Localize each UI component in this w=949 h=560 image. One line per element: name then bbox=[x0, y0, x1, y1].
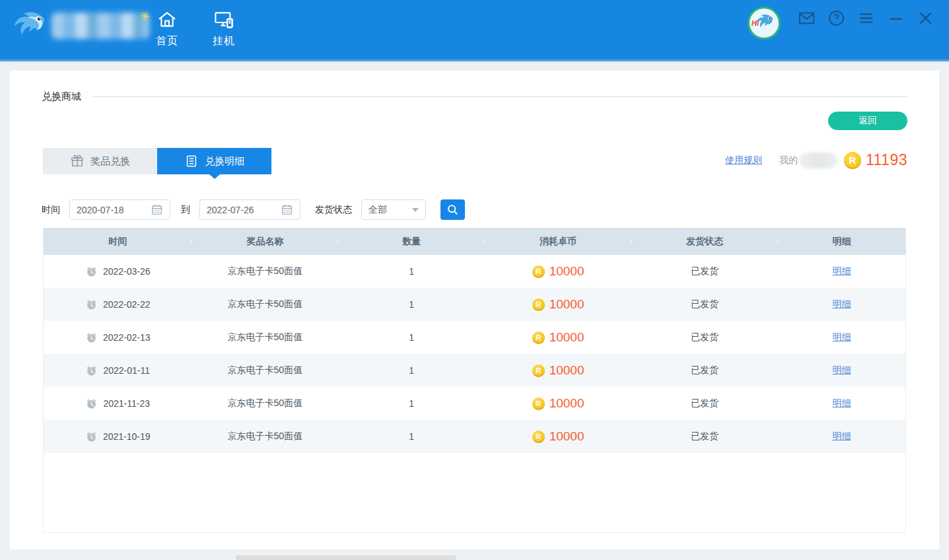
row-time-cell: 2022-02-22 bbox=[44, 298, 192, 311]
search-button[interactable] bbox=[440, 199, 465, 220]
clock-icon bbox=[85, 431, 98, 443]
tab-exchange-details[interactable]: 兑换明细 bbox=[157, 148, 271, 174]
titlebar-right: Hi bbox=[748, 0, 934, 61]
tab-exchange-details-label: 兑换明细 bbox=[205, 155, 244, 168]
status-filter-label: 发货状态 bbox=[315, 204, 352, 216]
app-window: ✳ 首页 挂机 bbox=[0, 0, 949, 560]
row-date: 2022-01-11 bbox=[103, 365, 150, 376]
section-divider bbox=[93, 96, 907, 97]
col-header-prize: 奖品名称 bbox=[192, 236, 338, 248]
table-row: 2021-11-23 京东电子卡50面值 1 R 10000 已发货 明细 bbox=[44, 387, 905, 420]
col-header-status: 发货状态 bbox=[631, 236, 778, 248]
row-quantity: 1 bbox=[338, 431, 485, 442]
row-quantity: 1 bbox=[338, 266, 485, 277]
row-quantity: 1 bbox=[338, 299, 485, 310]
row-quantity: 1 bbox=[338, 365, 485, 376]
coin-icon: R bbox=[532, 398, 545, 410]
status-select-value: 全部 bbox=[369, 204, 412, 216]
coin-icon: R bbox=[532, 332, 545, 344]
hamburger-menu-icon[interactable] bbox=[857, 9, 875, 27]
table-row: 2022-03-26 京东电子卡50面值 1 R 10000 已发货 明细 bbox=[44, 255, 905, 288]
col-header-qty: 数量 bbox=[338, 236, 485, 248]
row-detail-cell: 明细 bbox=[778, 332, 905, 343]
filter-bar: 时间 2020-07-18 到 2022-07-26 bbox=[42, 199, 465, 220]
row-coins-value: 10000 bbox=[549, 363, 584, 378]
coin-icon: R bbox=[532, 431, 545, 443]
back-button[interactable]: 返回 bbox=[828, 112, 907, 130]
row-detail-link[interactable]: 明细 bbox=[832, 398, 851, 408]
row-quantity: 1 bbox=[338, 332, 485, 343]
coin-icon: R bbox=[532, 365, 545, 377]
close-icon[interactable] bbox=[917, 9, 934, 27]
calendar-icon bbox=[151, 203, 163, 216]
time-filter-label: 时间 bbox=[42, 204, 60, 216]
row-date: 2021-11-23 bbox=[103, 398, 150, 409]
user-avatar[interactable]: Hi bbox=[748, 7, 781, 40]
clock-icon bbox=[85, 265, 98, 278]
table-row: 2022-02-22 京东电子卡50面值 1 R 10000 已发货 明细 bbox=[44, 288, 905, 321]
row-detail-cell: 明细 bbox=[778, 265, 905, 277]
row-time-cell: 2022-03-26 bbox=[44, 265, 192, 278]
table-row: 2021-10-19 京东电子卡50面值 1 R 10000 已发货 明细 bbox=[44, 420, 905, 453]
tab-prize-exchange[interactable]: 奖品兑换 bbox=[43, 148, 157, 174]
coin-icon: R bbox=[532, 265, 545, 278]
coin-icon: R bbox=[844, 152, 861, 169]
row-shipping-status: 已发货 bbox=[631, 431, 778, 442]
row-coins-cell: R 10000 bbox=[485, 264, 631, 279]
usage-rules-link[interactable]: 使用规则 bbox=[725, 155, 762, 166]
row-shipping-status: 已发货 bbox=[631, 365, 778, 376]
date-from-value: 2020-07-18 bbox=[77, 205, 151, 215]
row-quantity: 1 bbox=[338, 398, 485, 409]
row-coins-cell: R 10000 bbox=[485, 429, 631, 444]
mail-icon[interactable] bbox=[798, 9, 816, 27]
tab-prize-exchange-label: 奖品兑换 bbox=[90, 155, 130, 168]
row-coins-cell: R 10000 bbox=[485, 330, 631, 345]
nav-idle[interactable]: 挂机 bbox=[203, 9, 244, 48]
section-head: 兑换商城 bbox=[42, 90, 907, 103]
row-prize-name: 京东电子卡50面值 bbox=[192, 298, 338, 310]
row-prize-name: 京东电子卡50面值 bbox=[192, 431, 338, 442]
row-detail-cell: 明细 bbox=[778, 298, 905, 310]
row-date: 2022-02-22 bbox=[103, 299, 151, 310]
row-detail-link[interactable]: 明细 bbox=[832, 298, 851, 309]
table-row: 2022-01-11 京东电子卡50面值 1 R 10000 已发货 明细 bbox=[44, 354, 905, 387]
calendar-icon bbox=[281, 203, 293, 216]
content-area: 兑换商城 返回 奖品兑换 bbox=[0, 63, 949, 560]
row-shipping-status: 已发货 bbox=[631, 398, 778, 409]
row-date: 2021-10-19 bbox=[103, 431, 151, 442]
nav-home[interactable]: 首页 bbox=[147, 9, 188, 48]
col-header-coins: 消耗卓币 bbox=[485, 236, 631, 248]
row-time-cell: 2022-02-13 bbox=[44, 332, 192, 344]
table-header: 时间 奖品名称 数量 消耗卓币 发货状态 明细 bbox=[44, 228, 905, 255]
row-time-cell: 2021-11-23 bbox=[44, 398, 192, 410]
titlebar: ✳ 首页 挂机 bbox=[0, 0, 949, 61]
row-shipping-status: 已发货 bbox=[631, 332, 778, 343]
app-logo: ✳ bbox=[11, 5, 149, 46]
row-detail-link[interactable]: 明细 bbox=[832, 265, 851, 276]
page-title: 兑换商城 bbox=[42, 90, 81, 103]
row-date: 2022-03-26 bbox=[103, 266, 151, 277]
tab-bar: 奖品兑换 兑换明细 bbox=[43, 148, 271, 174]
table-row: 2022-02-13 京东电子卡50面值 1 R 10000 已发货 明细 bbox=[44, 321, 905, 354]
date-to-input[interactable]: 2022-07-26 bbox=[199, 199, 300, 220]
clock-icon bbox=[85, 332, 98, 344]
coin-balance: 11193 bbox=[866, 151, 907, 169]
row-prize-name: 京东电子卡50面值 bbox=[192, 365, 338, 376]
clock-icon bbox=[85, 398, 98, 410]
row-detail-link[interactable]: 明细 bbox=[832, 332, 851, 342]
row-coins-cell: R 10000 bbox=[485, 363, 631, 378]
row-detail-link[interactable]: 明细 bbox=[832, 431, 851, 441]
background-taskbar-sliver bbox=[236, 555, 456, 560]
date-to-value: 2022-07-26 bbox=[207, 205, 281, 215]
date-from-input[interactable]: 2020-07-18 bbox=[69, 199, 170, 220]
status-select[interactable]: 全部 bbox=[361, 199, 426, 220]
app-name-blurred bbox=[52, 13, 149, 39]
document-icon bbox=[184, 154, 199, 168]
help-icon[interactable] bbox=[827, 9, 845, 27]
row-detail-cell: 明细 bbox=[778, 398, 905, 409]
minimize-icon[interactable] bbox=[887, 9, 905, 27]
dolphin-logo-icon bbox=[11, 5, 50, 46]
titlebar-controls bbox=[798, 9, 934, 27]
search-icon bbox=[446, 203, 460, 217]
row-detail-link[interactable]: 明细 bbox=[832, 365, 851, 375]
